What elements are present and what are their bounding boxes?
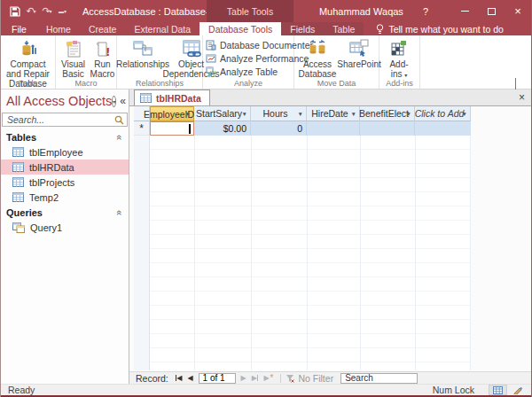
- nav-item-label: tblProjects: [29, 177, 74, 188]
- column-label: EmployeeID: [144, 109, 200, 120]
- sharepoint-button[interactable]: SharePoint: [338, 37, 380, 70]
- tab-external-data[interactable]: External Data: [125, 22, 200, 35]
- workspace: All Access Objects ▾ « Search... Tables …: [1, 90, 531, 384]
- save-icon[interactable]: [8, 4, 22, 19]
- new-record-row: * $0.00 0: [134, 121, 471, 136]
- analyze-table-icon: [206, 66, 216, 77]
- column-label: StartSalary: [196, 108, 248, 119]
- minimize-button[interactable]: [451, 0, 478, 22]
- previous-record-icon[interactable]: ◀: [187, 374, 192, 382]
- tell-me-box[interactable]: Tell me what you want to do: [364, 22, 504, 35]
- relationships-button[interactable]: Relationships: [120, 37, 166, 70]
- datasheet-empty-grid[interactable]: [134, 136, 471, 370]
- cell-hiredate[interactable]: [307, 121, 360, 136]
- column-dropdown-icon[interactable]: ▼: [462, 111, 467, 117]
- nav-item-temp2[interactable]: Temp2: [1, 190, 129, 205]
- new-record-selector[interactable]: *: [134, 121, 150, 136]
- column-header-employeeid[interactable]: EmployeeID ▼: [150, 106, 194, 121]
- collapse-group-icon[interactable]: «: [114, 210, 125, 215]
- column-header-hours[interactable]: Hours ▼: [251, 106, 307, 121]
- close-button[interactable]: ×: [505, 0, 531, 22]
- run-macro-icon: !: [95, 38, 111, 59]
- column-header-click-to-add[interactable]: Click to Add ▼: [415, 106, 471, 121]
- maximize-button[interactable]: [478, 0, 505, 22]
- num-lock-indicator: Num Lock: [433, 385, 474, 395]
- design-view-button[interactable]: [509, 385, 528, 395]
- nav-item-label: tblEmployee: [29, 147, 83, 158]
- collapse-group-icon[interactable]: «: [114, 135, 125, 140]
- nav-group-queries[interactable]: Queries «: [1, 205, 129, 220]
- customize-qat-icon[interactable]: ▬▾: [56, 4, 70, 19]
- cell-hours[interactable]: 0: [251, 121, 307, 136]
- column-header-hiredate[interactable]: HireDate ▼: [307, 106, 360, 121]
- dropdown-arrow-icon: ▾: [404, 73, 407, 78]
- status-text: Ready: [8, 385, 433, 395]
- close-document-icon[interactable]: ×: [519, 92, 525, 103]
- cell-startsalary[interactable]: $0.00: [194, 121, 251, 136]
- nav-group-tables[interactable]: Tables «: [1, 129, 129, 144]
- ribbon-group-analyze: Database Documenter Analyze Performance …: [203, 35, 294, 89]
- run-macro-button[interactable]: ! Run Macro: [88, 37, 117, 80]
- undo-icon[interactable]: ↶▾: [24, 4, 38, 19]
- object-dependencies-icon: [181, 38, 202, 59]
- visual-basic-label: Visual Basic: [61, 59, 85, 79]
- column-dropdown-icon[interactable]: ▼: [185, 111, 191, 117]
- document-tab-tblhrdata[interactable]: tblHRData: [134, 90, 210, 105]
- datasheet-view-button[interactable]: [489, 385, 507, 395]
- visual-basic-button[interactable]: Visual Basic: [59, 37, 88, 80]
- tab-fields[interactable]: Fields: [281, 22, 324, 35]
- design-view-icon: [513, 386, 523, 394]
- tab-home[interactable]: Home: [37, 22, 80, 35]
- relationships-label: Relationships: [116, 59, 169, 69]
- nav-item-tblprojects[interactable]: tblProjects: [1, 175, 129, 190]
- nav-item-query1[interactable]: Query1: [1, 220, 129, 235]
- redo-icon[interactable]: ↷▾: [40, 4, 54, 19]
- record-navigation-bar: Record: ◀ ◀ 1 of 1 ▶ ▶ ▶* No Filter Sear…: [129, 371, 531, 384]
- database-documenter-icon: [206, 40, 216, 51]
- tables-group-label: Tables: [6, 132, 117, 143]
- record-search-box[interactable]: Search: [340, 373, 418, 384]
- tab-create[interactable]: Create: [80, 22, 126, 35]
- text-cursor: [189, 124, 192, 134]
- addins-button[interactable]: Add-ins ▾: [382, 37, 416, 82]
- column-dropdown-icon[interactable]: ▼: [351, 111, 356, 117]
- group-label-addins: Add-ins: [379, 79, 419, 89]
- shutter-bar-icon[interactable]: «: [120, 97, 126, 105]
- record-position[interactable]: 1 of 1: [199, 373, 236, 384]
- nav-pane-title: All Access Objects: [6, 94, 112, 108]
- last-record-icon[interactable]: ▶: [252, 374, 259, 382]
- access-database-label: Access Database: [299, 59, 337, 79]
- account-name[interactable]: Muhammad Waqas: [319, 6, 403, 17]
- record-search-placeholder: Search: [345, 373, 373, 383]
- row-selector-strip: [134, 136, 150, 370]
- cell-benefitelect[interactable]: [360, 121, 415, 136]
- table-icon: [12, 192, 24, 202]
- analyze-table-label: Analyze Table: [220, 66, 278, 78]
- cell-employeeid[interactable]: [150, 121, 194, 136]
- column-dropdown-icon[interactable]: ▼: [298, 111, 303, 117]
- column-dropdown-icon[interactable]: ▼: [242, 111, 247, 117]
- help-icon[interactable]: ?: [423, 6, 428, 17]
- nav-item-tblhrdata[interactable]: tblHRData: [1, 160, 129, 175]
- filter-label: No Filter: [298, 373, 333, 384]
- visual-basic-icon: [65, 38, 82, 59]
- next-record-icon[interactable]: ▶: [241, 374, 246, 382]
- first-record-icon[interactable]: ◀: [176, 374, 183, 382]
- access-database-button[interactable]: Access Database: [297, 37, 338, 80]
- tab-table[interactable]: Table: [324, 22, 364, 35]
- filter-status[interactable]: No Filter: [286, 373, 333, 384]
- collapse-ribbon-icon[interactable]: [515, 79, 522, 84]
- group-label-relationships: Relationships: [117, 79, 202, 89]
- column-header-benefitelect[interactable]: BenefitElect ▼: [360, 106, 415, 121]
- nav-pane-menu-icon[interactable]: ▾: [112, 96, 116, 107]
- nav-item-tblemployee[interactable]: tblEmployee: [1, 144, 129, 160]
- tab-file[interactable]: File: [1, 22, 37, 35]
- ribbon-tab-row: File Home Create External Data Database …: [1, 22, 531, 35]
- nav-search-box[interactable]: Search...: [2, 113, 128, 127]
- tab-database-tools[interactable]: Database Tools: [200, 22, 281, 35]
- new-record-icon[interactable]: ▶*: [263, 374, 273, 382]
- column-dropdown-icon[interactable]: ▼: [406, 111, 411, 117]
- column-header-startsalary[interactable]: StartSalary ▼: [194, 106, 251, 121]
- cell-click-to-add[interactable]: [415, 121, 471, 136]
- contextual-tab-group: Fields Table: [281, 22, 364, 35]
